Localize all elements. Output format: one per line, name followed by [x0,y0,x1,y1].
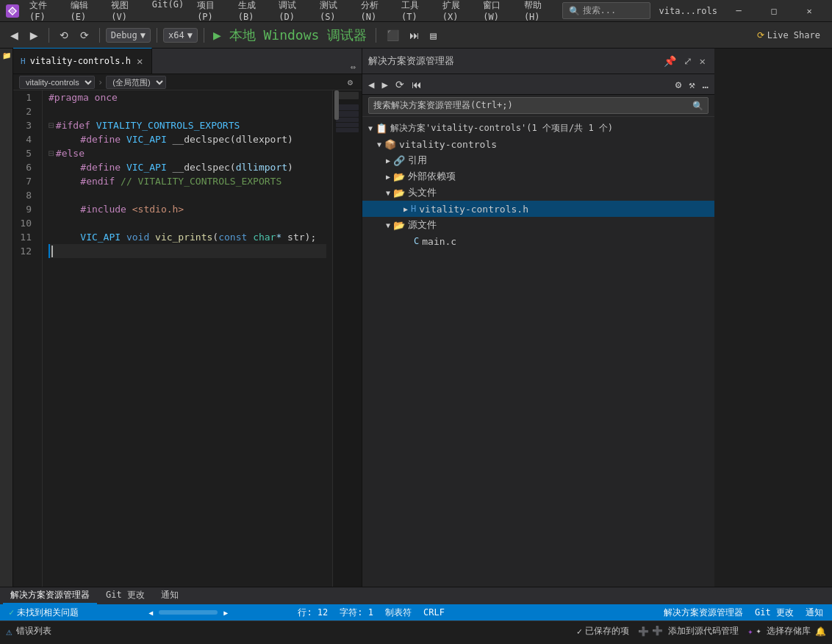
status-check[interactable]: ✓ 未找到相关问题 [6,607,82,619]
project-icon: 📦 [384,139,396,150]
line-num-11: 11 [13,230,36,244]
tab-git-changes[interactable]: Git 更改 [98,587,152,604]
scroll-indicator-right[interactable]: ▶ [223,609,228,617]
menu-analyze[interactable]: 分析(N) [355,0,395,24]
menu-view[interactable]: 视图(V) [105,0,145,24]
solution-toolbar: ◀ ▶ ⟳ ⏮ ⚙ ⚒ … [362,74,714,95]
breadcrumb-scope-select[interactable]: (全局范围) [106,76,166,89]
solution-explorer-label: 解决方案资源管理器 [664,607,743,619]
branch-indicator[interactable]: ✓ 已保存的项 [577,625,629,637]
menu-help[interactable]: 帮助(H) [518,0,558,24]
file-icon: H [21,57,26,66]
status-encoding[interactable]: CRLF [420,607,448,618]
check-icon: ✓ [9,607,14,618]
tree-solution-root[interactable]: ▼ 📋 解决方案'vitality-controls'(1 个项目/共 1 个) [362,120,714,136]
solution-close-icon[interactable]: ✕ [697,54,709,68]
attach-button[interactable]: ⬛ [382,28,404,43]
menu-extend[interactable]: 扩展(X) [437,0,476,24]
sol-filter-icon[interactable]: ⚒ [686,77,697,92]
run-button[interactable]: ▶ 本地 Windows 调试器 [210,25,370,46]
tree-project[interactable]: ▼ 📦 vitality-controls [362,136,714,152]
menu-build[interactable]: 生成(B) [232,0,272,24]
project-chevron: ▼ [377,140,381,149]
menu-window[interactable]: 窗口(W) [477,0,517,24]
status-row[interactable]: 行: 12 [295,607,331,619]
status-solution-explorer[interactable]: 解决方案资源管理器 [661,607,746,619]
tree-header-file[interactable]: ▶ H vitality-controls.h [362,201,714,217]
tab-notifications[interactable]: 通知 [154,587,186,604]
sol-sync-icon[interactable]: ⏮ [409,77,425,92]
tree-source-files-folder[interactable]: ▼ 📂 源文件 [362,217,714,233]
close-button[interactable]: ✕ [792,0,826,22]
tree-header-files-folder[interactable]: ▼ 📂 头文件 [362,185,714,201]
status-format[interactable]: 制表符 [382,607,415,619]
tree-source-file[interactable]: C main.c [362,233,714,249]
toolbar-separator-4 [204,28,204,43]
add-to-source-button[interactable]: ➕ ➕ 添加到源代码管理 [634,625,743,637]
live-share-button[interactable]: ⟳ Live Share [751,29,826,42]
tab-solution-explorer[interactable]: 解决方案资源管理器 [3,587,97,604]
menu-project[interactable]: 项目(P) [191,0,231,24]
sol-config-icon[interactable]: ⚙ [673,77,684,92]
debug-mode-dropdown[interactable]: Debug ▼ [106,28,151,43]
repo-icon: ✦ [747,626,753,637]
debug-mode-chevron: ▼ [140,30,146,40]
line-num-5: 5 [13,146,36,160]
sol-forward-icon[interactable]: ▶ [379,77,390,92]
code-editor[interactable]: 1 2 3 4 5 6 7 8 9 10 11 12 #pragma once [13,90,362,587]
sol-back-icon[interactable]: ◀ [365,77,377,92]
live-share-icon: ⟳ [757,30,764,40]
maximize-button[interactable]: □ [757,0,791,22]
forward-button[interactable]: ▶ [26,26,43,44]
notification-bell[interactable]: 🔔 [815,626,826,637]
header-file-label: vitality-controls.h [419,204,528,215]
sol-more-icon[interactable]: … [700,77,711,92]
editor-tab-active[interactable]: H vitality-controls.h ✕ [13,48,152,74]
menu-file[interactable]: 文件(F) [24,0,63,24]
activity-explorer[interactable]: 📁 [0,49,12,62]
code-line-11: VIC_API void vic_prints ( const char * s… [49,230,326,244]
menu-tools[interactable]: 工具(T) [395,0,435,24]
tab-split-icon[interactable]: ⇔ [348,60,359,74]
minimap [332,90,362,587]
tab-close-icon[interactable]: ✕ [135,55,144,67]
redo-button[interactable]: ⟳ [76,28,93,43]
menu-edit[interactable]: 编辑(E) [65,0,104,24]
sol-refresh-icon[interactable]: ⟳ [392,77,407,92]
window-controls: ─ □ ✕ [722,0,826,22]
status-notifications[interactable]: 通知 [803,607,826,619]
code-content[interactable]: #pragma once ⊟ #ifdef VITALITY_CONTROLS_… [43,90,332,587]
minimize-button[interactable]: ─ [722,0,756,22]
scroll-indicator-left[interactable]: ◀ [148,609,153,617]
solution-expand-icon[interactable]: ⤢ [681,54,695,68]
menu-git[interactable]: Git(G) [146,0,190,24]
status-git-changes[interactable]: Git 更改 [752,607,797,619]
arch-dropdown[interactable]: x64 ▼ [163,28,198,43]
scroll-indicator[interactable] [159,610,218,615]
scroll-thumb[interactable] [334,90,339,120]
code-line-3: ⊟ #ifdef VITALITY_CONTROLS_EXPORTS [49,118,326,132]
toolbar-separator-2 [99,28,100,43]
solution-tree: ▼ 📋 解决方案'vitality-controls'(1 个项目/共 1 个)… [362,117,714,587]
step-button[interactable]: ⏭ [405,28,424,43]
breadcrumb-project-select[interactable]: vitality-controls [19,76,95,89]
tree-external-deps[interactable]: ▶ 📂 外部依赖项 [362,168,714,185]
tree-references[interactable]: ▶ 🔗 引用 [362,152,714,168]
error-list-label[interactable]: 错误列表 [16,625,51,637]
code-line-10 [49,216,326,230]
solution-search-box[interactable]: 搜索解决方案资源管理器(Ctrl+;) 🔍 [368,97,709,114]
status-col[interactable]: 字符: 1 [337,607,376,619]
select-repo-button[interactable]: ✦ ✦ 选择存储库 [747,625,811,637]
solution-explorer-panel: 解决方案资源管理器 📌 ⤢ ✕ ◀ ▶ ⟳ ⏮ ⚙ ⚒ … 搜索解决方案资源管理… [362,49,714,587]
code-line-9: #include <stdio.h> [49,202,326,216]
app-logo [6,4,19,18]
line-numbers: 1 2 3 4 5 6 7 8 9 10 11 12 [13,90,43,587]
back-button[interactable]: ◀ [6,26,23,44]
menu-debug[interactable]: 调试(D) [273,0,312,24]
undo-button[interactable]: ⟲ [55,28,73,43]
more-button[interactable]: ▤ [426,28,440,43]
editor-settings-icon[interactable]: ⚙ [345,76,356,89]
search-label: 搜索... [583,4,617,17]
solution-pin-icon[interactable]: 📌 [661,54,679,68]
menu-test[interactable]: 测试(S) [314,0,354,24]
